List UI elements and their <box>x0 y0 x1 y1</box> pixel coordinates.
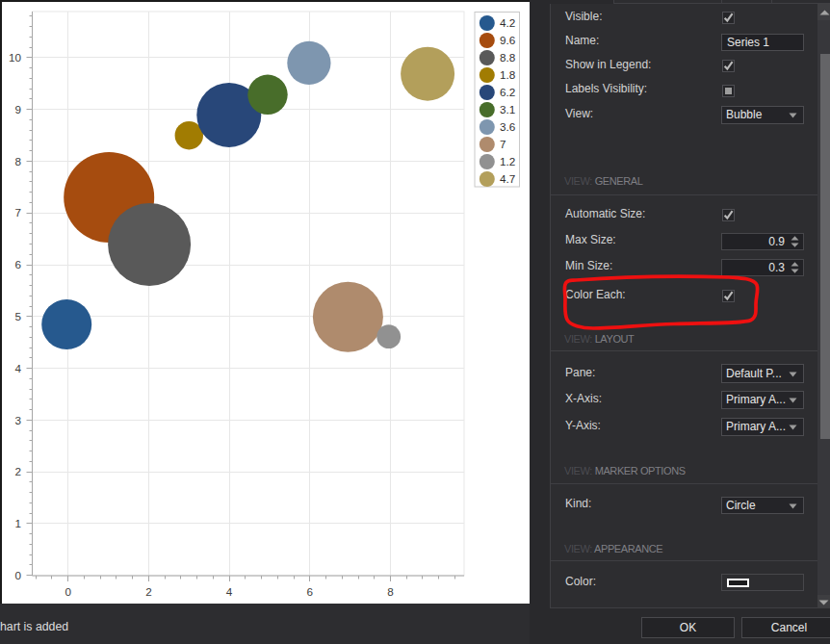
svg-text:4: 4 <box>14 362 21 374</box>
svg-text:4.2: 4.2 <box>500 16 515 29</box>
svg-text:6: 6 <box>14 258 21 270</box>
svg-text:0: 0 <box>65 585 71 598</box>
svg-text:8.8: 8.8 <box>500 51 515 64</box>
svg-text:1: 1 <box>14 517 21 529</box>
svg-text:9.6: 9.6 <box>500 34 515 46</box>
svg-text:2: 2 <box>145 585 152 598</box>
svg-text:3.1: 3.1 <box>500 103 515 116</box>
svg-text:0: 0 <box>14 569 21 581</box>
svg-text:8: 8 <box>14 155 21 167</box>
svg-text:7: 7 <box>14 206 21 219</box>
svg-text:9: 9 <box>14 103 21 116</box>
svg-text:2: 2 <box>14 465 21 477</box>
svg-text:4: 4 <box>226 585 233 598</box>
svg-text:6.2: 6.2 <box>500 86 515 98</box>
svg-text:8: 8 <box>387 585 394 598</box>
svg-text:10: 10 <box>9 51 22 64</box>
svg-text:6: 6 <box>307 585 314 598</box>
svg-text:1.8: 1.8 <box>500 68 515 81</box>
svg-text:5: 5 <box>14 310 21 322</box>
svg-text:3.6: 3.6 <box>500 120 515 133</box>
svg-text:3: 3 <box>14 414 21 426</box>
svg-text:7: 7 <box>500 138 506 150</box>
svg-text:1.2: 1.2 <box>500 155 515 167</box>
svg-text:4.7: 4.7 <box>500 172 515 185</box>
